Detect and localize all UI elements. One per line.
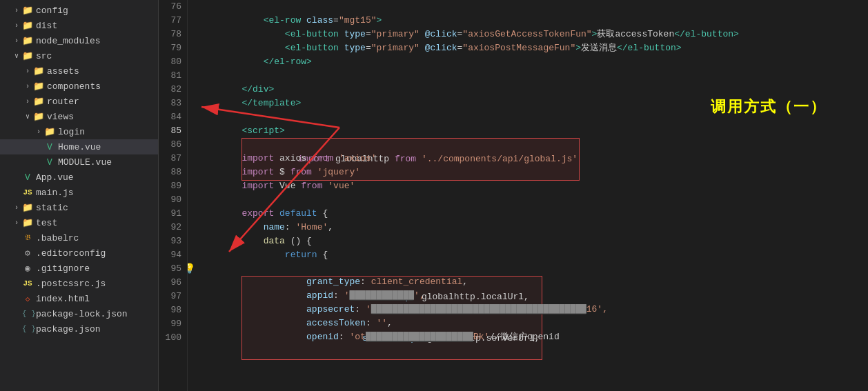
sidebar-item-label: .editorconfig [36, 248, 158, 259]
sidebar-item-dist[interactable]: › 📁 dist [0, 18, 158, 33]
sidebar-item-static[interactable]: › 📁 static [0, 200, 158, 215]
line-num: 87 [164, 152, 181, 166]
sidebar-item-src[interactable]: ∨ 📁 src [0, 48, 158, 63]
sidebar-item-label: index.html [36, 294, 158, 304]
sidebar-item-assets[interactable]: › 📁 assets [0, 63, 158, 79]
arrow-icon: › [11, 7, 22, 14]
code-line-86: import axios from 'axios' [199, 138, 868, 152]
code-line-76: <el-row class="mgt15"> [199, 0, 868, 14]
sidebar-item-app-vue[interactable]: V App.vue [0, 170, 158, 185]
sidebar-item-label: App.vue [36, 172, 158, 183]
sidebar-item-gitignore[interactable]: ◉ .gitignore [0, 261, 158, 276]
sidebar-item-label: src [36, 51, 158, 61]
line-num: 94 [164, 248, 181, 262]
sidebar-item-router[interactable]: › 📁 router [0, 94, 158, 109]
code-area: 76 77 78 79 80 81 82 83 84 85 86 87 88 8… [159, 0, 868, 391]
sidebar-item-label: views [47, 112, 158, 122]
sidebar-item-label: dist [36, 21, 158, 31]
line-num: 81 [164, 69, 181, 83]
code-line-78: <el-button type="primary" @click="axiosP… [199, 28, 868, 41]
sidebar-item-home-vue[interactable]: V Home.vue [0, 139, 158, 154]
code-line-96: grant_type: client_credential, [199, 261, 868, 275]
line-num: 97 [164, 290, 181, 303]
arrow-icon: › [11, 37, 22, 45]
line-num: 99 [164, 317, 181, 331]
code-line-98: appsecret: '████████████████████████████… [199, 289, 868, 303]
line-num: 85 [164, 124, 181, 138]
folder-icon: 📁 [33, 96, 44, 107]
code-line-89 [199, 179, 868, 193]
line-num: 76 [164, 0, 181, 14]
sidebar-item-label: config [36, 6, 158, 16]
sidebar-item-label: main.js [36, 188, 158, 198]
folder-icon: 📁 [22, 35, 33, 46]
sidebar-item-label: .babelrc [36, 233, 158, 243]
line-num: 80 [164, 55, 181, 69]
line-num: 86 [164, 138, 181, 152]
line-num: 89 [164, 179, 181, 193]
lightbulb-icon: 💡 [188, 262, 195, 276]
code-line-100: openid: 'ot████████████████████Bk'//微信户o… [199, 317, 868, 330]
arrow-icon: › [22, 83, 33, 90]
json-icon: { } [22, 310, 33, 318]
sidebar-item-label: package-lock.json [36, 309, 158, 319]
folder-icon: 📁 [22, 20, 33, 31]
code-line-99: accessToken: '', [199, 303, 868, 317]
vue-icon: V [44, 142, 55, 152]
sidebar-item-label: login [58, 127, 158, 137]
arrow-icon: › [11, 219, 22, 227]
sidebar-item-editorconfig[interactable]: ⚙ .editorconfig [0, 245, 158, 261]
config-icon: ⚙ [22, 248, 33, 259]
sidebar-item-label: assets [47, 66, 158, 77]
code-line-94: 💡 localhttp: globalhttp.localUrl, server… [199, 248, 868, 262]
sidebar-item-label: node_modules [36, 36, 158, 46]
sidebar-item-label: test [36, 218, 158, 228]
arrow-icon: › [22, 68, 33, 75]
file-explorer: › 📁 config › 📁 dist › 📁 node_modules ∨ 📁… [0, 0, 159, 391]
annotation-label: 调用方式（一） [711, 97, 827, 117]
code-line-77: <el-button type="primary" @click="axiosG… [199, 14, 868, 28]
line-num: 92 [164, 221, 181, 234]
folder-icon: 📁 [33, 66, 44, 77]
sidebar-item-babelrc[interactable]: 𝔅 .babelrc [0, 230, 158, 245]
line-num: 98 [164, 303, 181, 317]
sidebar-item-test[interactable]: › 📁 test [0, 215, 158, 230]
arrow-icon: ∨ [22, 112, 33, 121]
line-num: 91 [164, 207, 181, 221]
sidebar-item-label: Home.vue [58, 142, 158, 152]
line-num: 90 [164, 193, 181, 207]
sidebar-item-views[interactable]: ∨ 📁 views [0, 109, 158, 124]
code-line-92: data () { [199, 221, 868, 234]
line-num: 84 [164, 110, 181, 124]
sidebar-item-label: components [47, 81, 158, 92]
sidebar-item-package-lock[interactable]: { } package-lock.json [0, 306, 158, 321]
sidebar-item-index-html[interactable]: ◇ index.html [0, 291, 158, 306]
code-line-91: name: 'Home', [199, 207, 868, 221]
folder-icon: 📁 [22, 5, 33, 16]
vue-icon: V [44, 157, 55, 168]
sidebar-item-config[interactable]: › 📁 config [0, 3, 158, 18]
sidebar-item-label: MODULE.vue [58, 157, 158, 168]
line-numbers: 76 77 78 79 80 81 82 83 84 85 86 87 88 8… [159, 0, 188, 391]
sidebar-item-label: router [47, 97, 158, 107]
sidebar-item-package-json[interactable]: { } package.json [0, 321, 158, 337]
folder-icon: 📁 [44, 126, 55, 137]
sidebar-item-main-js[interactable]: JS main.js [0, 185, 158, 200]
sidebar-item-label: package.json [36, 324, 158, 334]
code-line-79: </el-row> [199, 41, 868, 55]
line-num: 82 [164, 83, 181, 97]
sidebar-item-components[interactable]: › 📁 components [0, 79, 158, 94]
html-icon: ◇ [22, 294, 33, 303]
sidebar-item-module-vue[interactable]: V MODULE.vue [0, 154, 158, 170]
code-line-93: return { [199, 234, 868, 248]
sidebar-item-postcssrc[interactable]: JS .postcssrc.js [0, 276, 158, 291]
arrow-icon: › [11, 204, 22, 212]
sidebar-item-login[interactable]: › 📁 login [0, 124, 158, 139]
code-line-85: import globalhttp from '../components/ap… [199, 124, 868, 138]
code-line-90: export default { [199, 193, 868, 207]
js-icon: JS [22, 279, 33, 288]
arrow-icon: › [11, 22, 22, 30]
sidebar-item-node-modules[interactable]: › 📁 node_modules [0, 33, 158, 48]
vue-icon: V [22, 172, 33, 183]
js-icon: JS [22, 188, 33, 197]
